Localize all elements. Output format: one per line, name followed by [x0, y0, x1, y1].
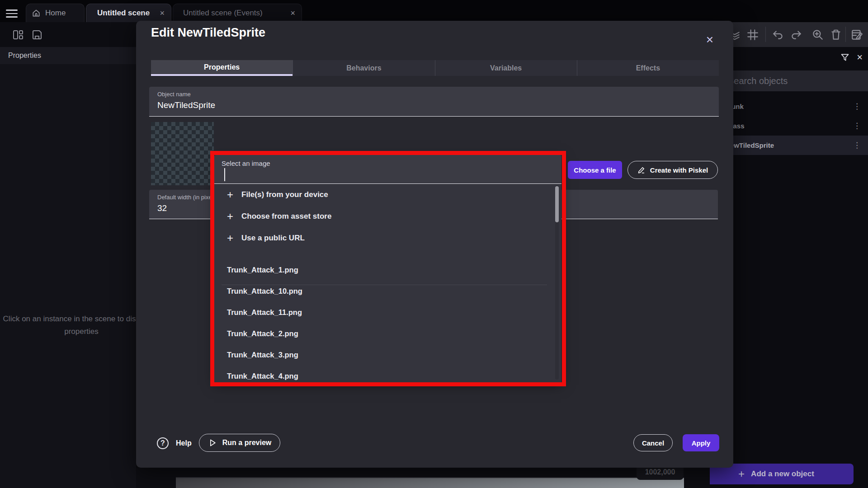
tab-variables[interactable]: Variables — [435, 60, 577, 76]
properties-panel: Properties Click on an instance in the s… — [0, 47, 136, 488]
tab-untitled-scene-events[interactable]: Untitled scene (Events) × — [173, 4, 302, 22]
text-caret — [224, 168, 225, 181]
create-with-piskel-button[interactable]: Create with Piskel — [627, 161, 718, 179]
objects-panel: × Trunk ⋮ Grass ⋮ NewTiledSprite ⋮ + Add… — [710, 47, 868, 488]
plus-icon: + — [225, 210, 235, 223]
scene-canvas-strip: 1002,000 — [136, 468, 710, 488]
file-option[interactable]: Trunk_Attack_10.png — [214, 281, 554, 302]
file-option[interactable]: Trunk_Attack_11.png — [214, 302, 554, 323]
choose-a-file-button[interactable]: Choose a file — [568, 161, 622, 179]
scrollbar-thumb[interactable] — [555, 186, 559, 222]
scene-toolbar — [710, 22, 868, 47]
close-dialog-icon[interactable]: × — [706, 33, 713, 46]
save-icon[interactable] — [30, 28, 44, 42]
dialog-title: Edit NewTiledSprite — [151, 26, 265, 40]
gdevelop-editor: Home Untitled scene × Untitled scene (Ev… — [0, 0, 868, 488]
pencil-icon — [637, 166, 646, 174]
properties-panel-title: Properties — [0, 47, 136, 64]
tab-effects[interactable]: Effects — [577, 60, 719, 76]
toolbar-divider — [845, 27, 846, 42]
file-option[interactable]: Trunk_Attack_1.png — [214, 259, 554, 281]
close-panel-icon[interactable]: × — [857, 52, 863, 62]
edit-scene-sheet-icon[interactable] — [850, 28, 863, 42]
file-option[interactable]: Trunk_Attack_3.png — [214, 344, 554, 366]
file-option[interactable]: Trunk_Attack_2.png — [214, 323, 554, 344]
plus-icon: + — [738, 468, 745, 480]
scene-canvas[interactable] — [176, 477, 684, 488]
tab-behaviors[interactable]: Behaviors — [292, 60, 434, 76]
tab-home-label: Home — [45, 9, 66, 18]
object-name-value: NewTiledSprite — [157, 100, 215, 110]
tab-untitled-scene[interactable]: Untitled scene × — [86, 4, 171, 22]
sprite-thumbnail-transparent[interactable] — [151, 122, 214, 185]
select-image-input[interactable]: Select an image — [214, 155, 561, 184]
cancel-button[interactable]: Cancel — [633, 434, 673, 451]
trash-icon[interactable] — [829, 28, 843, 42]
home-icon — [32, 9, 41, 18]
tab-home[interactable]: Home — [26, 4, 85, 22]
default-width-value: 32 — [157, 203, 167, 213]
zoom-in-icon[interactable] — [811, 28, 825, 42]
object-name-label: Object name — [157, 91, 191, 98]
redo-icon[interactable] — [789, 28, 803, 42]
apply-button[interactable]: Apply — [683, 434, 719, 451]
filter-icon[interactable] — [840, 53, 849, 62]
plus-icon: + — [225, 188, 235, 201]
object-row-grass[interactable]: Grass ⋮ — [710, 116, 868, 136]
hamburger-menu-icon[interactable] — [6, 9, 18, 18]
select-image-label: Select an image — [222, 160, 270, 167]
option-choose-from-asset-store[interactable]: + Choose from asset store — [214, 206, 554, 227]
tab-scene-label: Untitled scene — [97, 9, 150, 18]
search-objects-input[interactable] — [722, 70, 868, 91]
panels-layout-icon[interactable] — [11, 28, 25, 42]
object-menu-icon[interactable]: ⋮ — [853, 121, 861, 131]
dialog-tabs: Properties Behaviors Variables Effects — [151, 60, 719, 76]
close-tab-icon[interactable]: × — [290, 9, 295, 17]
option-files-from-device[interactable]: + File(s) from your device — [214, 184, 554, 206]
help-button[interactable]: ? Help — [157, 437, 192, 449]
toolbar-divider — [765, 27, 766, 42]
option-use-public-url[interactable]: + Use a public URL — [214, 227, 554, 249]
object-row-trunk[interactable]: Trunk ⋮ — [710, 97, 868, 116]
help-icon: ? — [157, 437, 169, 449]
plus-icon: + — [225, 232, 235, 244]
tab-properties[interactable]: Properties — [151, 60, 292, 76]
run-preview-button[interactable]: Run a preview — [199, 434, 280, 452]
close-tab-icon[interactable]: × — [160, 9, 165, 17]
tab-events-label: Untitled scene (Events) — [183, 9, 263, 18]
image-options-list: + File(s) from your device + Choose from… — [214, 184, 561, 382]
undo-icon[interactable] — [771, 28, 785, 42]
play-icon — [208, 438, 217, 447]
object-menu-icon[interactable]: ⋮ — [853, 102, 861, 111]
top-tab-bar: Home Untitled scene × Untitled scene (Ev… — [0, 0, 868, 22]
select-image-dropdown: Select an image + File(s) from your devi… — [214, 155, 561, 382]
object-row-newtiledsprite[interactable]: NewTiledSprite ⋮ — [710, 136, 868, 155]
object-menu-icon[interactable]: ⋮ — [853, 141, 861, 150]
file-option[interactable]: Trunk_Attack_4.png — [214, 366, 554, 382]
default-width-label: Default width (in pixels) — [157, 194, 218, 201]
grid-icon[interactable] — [746, 28, 760, 42]
object-name-field[interactable]: Object name NewTiledSprite — [149, 87, 719, 117]
